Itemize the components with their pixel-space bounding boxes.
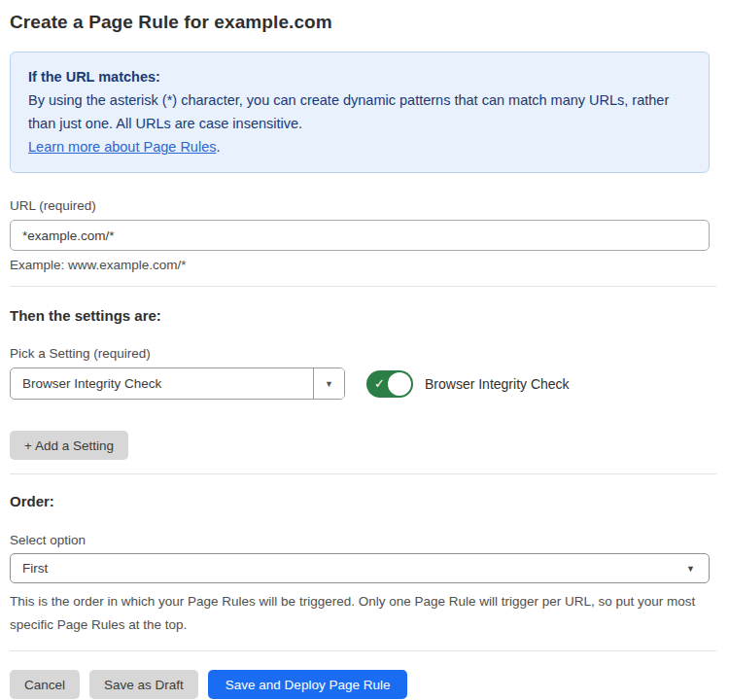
- toggle-knob: [388, 372, 411, 396]
- info-box-heading: If the URL matches:: [28, 65, 691, 88]
- add-setting-button[interactable]: + Add a Setting: [10, 431, 128, 460]
- info-box-link-row: Learn more about Page Rules.: [28, 135, 691, 158]
- order-select-value: First: [22, 561, 686, 576]
- learn-more-link[interactable]: Learn more about Page Rules: [28, 139, 216, 155]
- setting-toggle[interactable]: ✓: [366, 370, 413, 398]
- create-page-rule-form: Create a Page Rule for example.com If th…: [0, 0, 729, 699]
- url-example-hint: Example: www.example.com/*: [10, 258, 719, 272]
- section-divider: [10, 650, 716, 651]
- order-heading: Order:: [10, 493, 719, 509]
- check-icon: ✓: [374, 377, 385, 390]
- link-suffix-period: .: [216, 139, 220, 155]
- url-match-info-box: If the URL matches: By using the asteris…: [10, 52, 710, 173]
- select-option-label: Select option: [10, 533, 719, 547]
- page-title: Create a Page Rule for example.com: [10, 12, 719, 33]
- order-select[interactable]: First ▼: [10, 553, 710, 583]
- footer-actions: Cancel Save as Draft Save and Deploy Pag…: [10, 670, 719, 699]
- setting-dropdown[interactable]: Browser Integrity Check ▼: [10, 368, 345, 400]
- save-deploy-button[interactable]: Save and Deploy Page Rule: [208, 670, 408, 699]
- settings-heading: Then the settings are:: [10, 307, 719, 324]
- pick-setting-label: Pick a Setting (required): [10, 346, 719, 361]
- chevron-down-icon[interactable]: ▼: [313, 368, 344, 399]
- toggle-setting-label: Browser Integrity Check: [425, 376, 570, 392]
- caret-down-icon: ▼: [686, 564, 695, 574]
- setting-dropdown-value: Browser Integrity Check: [11, 368, 313, 399]
- order-help-text: This is the order in which your Page Rul…: [10, 590, 706, 637]
- info-box-body: By using the asterisk (*) character, you…: [28, 88, 670, 135]
- save-draft-button[interactable]: Save as Draft: [89, 670, 198, 699]
- section-divider: [10, 473, 716, 474]
- setting-row: Browser Integrity Check ▼ ✓ Browser Inte…: [10, 368, 719, 400]
- section-divider: [10, 286, 716, 287]
- url-input[interactable]: [10, 220, 710, 251]
- cancel-button[interactable]: Cancel: [10, 670, 80, 699]
- url-label: URL (required): [10, 198, 719, 213]
